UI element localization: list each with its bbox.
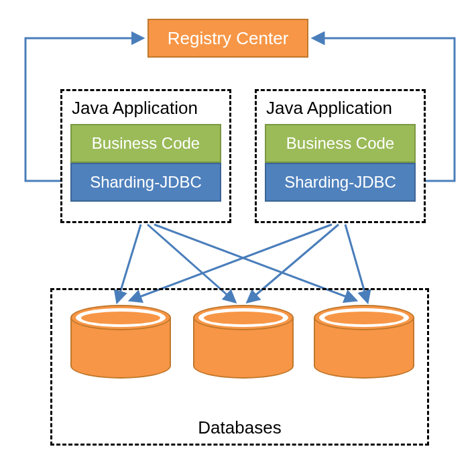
sharding-jdbc-left-label: Sharding-JDBC bbox=[90, 173, 202, 192]
databases-label: Databases bbox=[52, 417, 427, 438]
database-cylinder-icon bbox=[314, 305, 414, 379]
architecture-diagram: Registry Center Java Application Busines… bbox=[0, 0, 476, 463]
registry-center-label: Registry Center bbox=[168, 28, 289, 49]
registry-center-box: Registry Center bbox=[147, 19, 308, 58]
business-code-left-label: Business Code bbox=[92, 134, 200, 153]
business-code-right: Business Code bbox=[265, 124, 416, 163]
java-app-right-title: Java Application bbox=[265, 98, 416, 119]
database-cylinder-icon bbox=[193, 305, 294, 379]
java-app-left-title: Java Application bbox=[70, 98, 221, 119]
sharding-jdbc-right: Sharding-JDBC bbox=[265, 163, 416, 202]
sharding-jdbc-left: Sharding-JDBC bbox=[70, 163, 221, 202]
business-code-right-label: Business Code bbox=[286, 134, 394, 153]
database-cylinder-icon bbox=[70, 305, 171, 379]
sharding-jdbc-right-label: Sharding-JDBC bbox=[284, 173, 396, 192]
java-app-right: Java Application Business Code Sharding-… bbox=[255, 89, 426, 223]
java-app-left: Java Application Business Code Sharding-… bbox=[60, 89, 231, 223]
business-code-left: Business Code bbox=[70, 124, 221, 163]
